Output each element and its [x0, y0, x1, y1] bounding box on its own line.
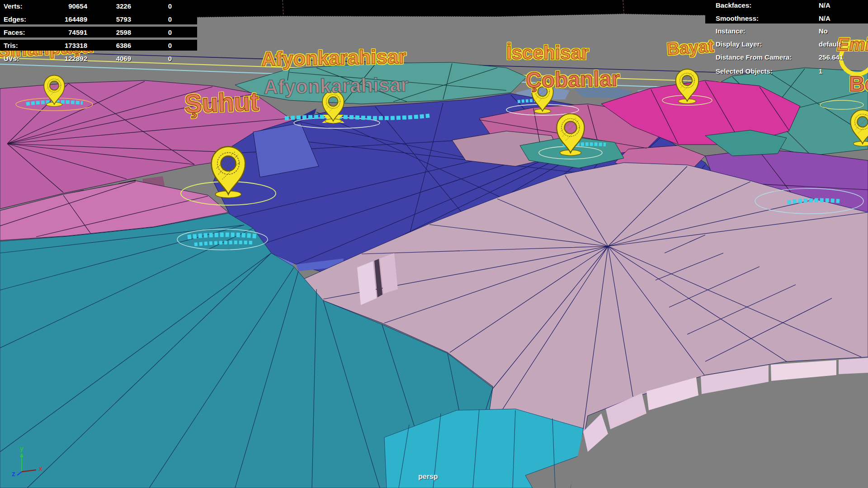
hud-row-uvs: UVs: 122892 4069 0	[0, 53, 197, 64]
axis-y-label: y	[20, 445, 24, 452]
hud-row-selected-objects: Selected Objects: 1	[705, 66, 868, 76]
hud-row-display-layer: Display Layer: default	[705, 38, 868, 49]
district-label-cobanlar[interactable]: Çobanlar	[526, 68, 620, 91]
district-label-iscehisar[interactable]: İscehisar	[506, 43, 589, 62]
axis-x-label: x	[39, 465, 42, 472]
hud-row-tris: Tris: 173318 6386 0	[0, 40, 197, 51]
hud-row-backfaces: Backfaces: N/A	[705, 0, 868, 10]
hud-row-faces: Faces: 74591 2598 0	[0, 27, 197, 38]
hud-row-smoothness: Smoothness: N/A	[705, 13, 868, 23]
hud-row-instance: Instance: No	[705, 25, 868, 36]
district-label-bolvadin-partial[interactable]: Bo	[849, 73, 868, 95]
hud-row-edges: Edges: 164489 5793 0	[0, 14, 197, 24]
district-label-afyonkarahisar[interactable]: Afyonkarahisar	[261, 47, 406, 69]
axis-z-label: z	[12, 470, 15, 478]
hud-row-verts: Verts: 90654 3226 0	[0, 0, 197, 11]
district-label-suhut[interactable]: Şuhut	[184, 88, 259, 117]
district-label-afyonkarahisar-ghost[interactable]: Afyonkarahisar	[264, 75, 409, 97]
viewport[interactable]: { "viewport": { "camera_label": "persp",…	[0, 0, 868, 488]
camera-name-label: persp	[418, 473, 438, 481]
hud-row-distance-from-camera: Distance From Camera: 256.641	[705, 52, 868, 62]
